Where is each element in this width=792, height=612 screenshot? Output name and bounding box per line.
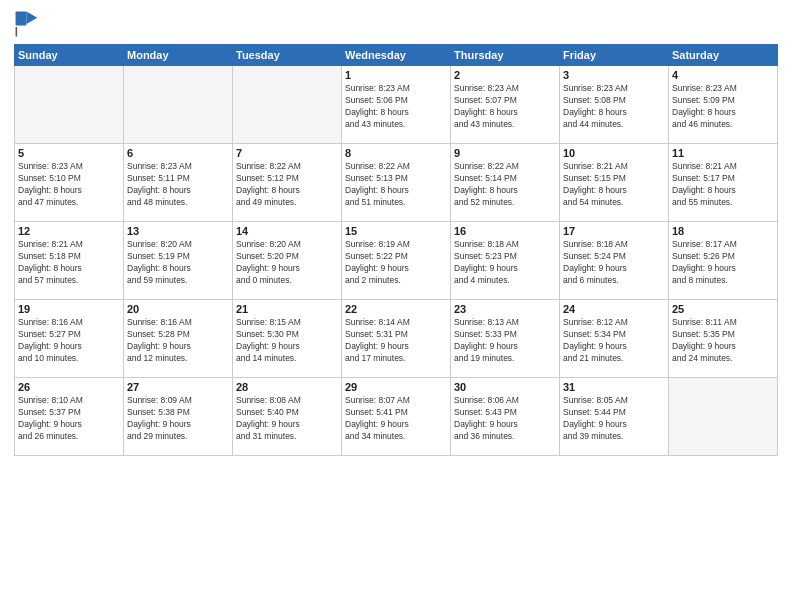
day-number: 2 <box>454 69 556 81</box>
calendar-table: SundayMondayTuesdayWednesdayThursdayFrid… <box>14 44 778 456</box>
day-info: Sunrise: 8:21 AM Sunset: 5:18 PM Dayligh… <box>18 239 120 287</box>
day-number: 26 <box>18 381 120 393</box>
day-info: Sunrise: 8:18 AM Sunset: 5:24 PM Dayligh… <box>563 239 665 287</box>
day-cell: 3Sunrise: 8:23 AM Sunset: 5:08 PM Daylig… <box>560 66 669 144</box>
logo-icon <box>14 10 42 38</box>
day-number: 12 <box>18 225 120 237</box>
calendar-container: SundayMondayTuesdayWednesdayThursdayFrid… <box>0 0 792 612</box>
day-number: 27 <box>127 381 229 393</box>
week-row-5: 26Sunrise: 8:10 AM Sunset: 5:37 PM Dayli… <box>15 378 778 456</box>
day-cell: 7Sunrise: 8:22 AM Sunset: 5:12 PM Daylig… <box>233 144 342 222</box>
day-cell: 25Sunrise: 8:11 AM Sunset: 5:35 PM Dayli… <box>669 300 778 378</box>
svg-rect-2 <box>16 27 18 36</box>
day-number: 6 <box>127 147 229 159</box>
day-number: 25 <box>672 303 774 315</box>
day-cell <box>15 66 124 144</box>
day-info: Sunrise: 8:16 AM Sunset: 5:28 PM Dayligh… <box>127 317 229 365</box>
day-cell: 1Sunrise: 8:23 AM Sunset: 5:06 PM Daylig… <box>342 66 451 144</box>
day-cell <box>124 66 233 144</box>
day-cell: 18Sunrise: 8:17 AM Sunset: 5:26 PM Dayli… <box>669 222 778 300</box>
day-number: 9 <box>454 147 556 159</box>
day-cell: 8Sunrise: 8:22 AM Sunset: 5:13 PM Daylig… <box>342 144 451 222</box>
day-cell: 21Sunrise: 8:15 AM Sunset: 5:30 PM Dayli… <box>233 300 342 378</box>
day-cell: 31Sunrise: 8:05 AM Sunset: 5:44 PM Dayli… <box>560 378 669 456</box>
week-row-3: 12Sunrise: 8:21 AM Sunset: 5:18 PM Dayli… <box>15 222 778 300</box>
day-cell: 26Sunrise: 8:10 AM Sunset: 5:37 PM Dayli… <box>15 378 124 456</box>
logo <box>14 10 46 38</box>
day-info: Sunrise: 8:11 AM Sunset: 5:35 PM Dayligh… <box>672 317 774 365</box>
day-number: 23 <box>454 303 556 315</box>
day-info: Sunrise: 8:17 AM Sunset: 5:26 PM Dayligh… <box>672 239 774 287</box>
day-cell: 23Sunrise: 8:13 AM Sunset: 5:33 PM Dayli… <box>451 300 560 378</box>
day-cell: 6Sunrise: 8:23 AM Sunset: 5:11 PM Daylig… <box>124 144 233 222</box>
day-number: 10 <box>563 147 665 159</box>
day-cell: 29Sunrise: 8:07 AM Sunset: 5:41 PM Dayli… <box>342 378 451 456</box>
day-info: Sunrise: 8:05 AM Sunset: 5:44 PM Dayligh… <box>563 395 665 443</box>
weekday-wednesday: Wednesday <box>342 45 451 66</box>
day-cell: 5Sunrise: 8:23 AM Sunset: 5:10 PM Daylig… <box>15 144 124 222</box>
day-info: Sunrise: 8:06 AM Sunset: 5:43 PM Dayligh… <box>454 395 556 443</box>
day-info: Sunrise: 8:23 AM Sunset: 5:11 PM Dayligh… <box>127 161 229 209</box>
weekday-monday: Monday <box>124 45 233 66</box>
day-number: 3 <box>563 69 665 81</box>
day-number: 11 <box>672 147 774 159</box>
day-info: Sunrise: 8:21 AM Sunset: 5:17 PM Dayligh… <box>672 161 774 209</box>
day-number: 7 <box>236 147 338 159</box>
day-cell: 10Sunrise: 8:21 AM Sunset: 5:15 PM Dayli… <box>560 144 669 222</box>
day-cell: 14Sunrise: 8:20 AM Sunset: 5:20 PM Dayli… <box>233 222 342 300</box>
day-info: Sunrise: 8:08 AM Sunset: 5:40 PM Dayligh… <box>236 395 338 443</box>
day-info: Sunrise: 8:10 AM Sunset: 5:37 PM Dayligh… <box>18 395 120 443</box>
day-number: 31 <box>563 381 665 393</box>
day-cell: 22Sunrise: 8:14 AM Sunset: 5:31 PM Dayli… <box>342 300 451 378</box>
day-info: Sunrise: 8:20 AM Sunset: 5:20 PM Dayligh… <box>236 239 338 287</box>
calendar-body: 1Sunrise: 8:23 AM Sunset: 5:06 PM Daylig… <box>15 66 778 456</box>
day-number: 24 <box>563 303 665 315</box>
weekday-thursday: Thursday <box>451 45 560 66</box>
day-number: 22 <box>345 303 447 315</box>
weekday-header-row: SundayMondayTuesdayWednesdayThursdayFrid… <box>15 45 778 66</box>
weekday-saturday: Saturday <box>669 45 778 66</box>
day-cell <box>669 378 778 456</box>
day-info: Sunrise: 8:13 AM Sunset: 5:33 PM Dayligh… <box>454 317 556 365</box>
day-number: 16 <box>454 225 556 237</box>
week-row-1: 1Sunrise: 8:23 AM Sunset: 5:06 PM Daylig… <box>15 66 778 144</box>
day-info: Sunrise: 8:15 AM Sunset: 5:30 PM Dayligh… <box>236 317 338 365</box>
day-cell: 4Sunrise: 8:23 AM Sunset: 5:09 PM Daylig… <box>669 66 778 144</box>
day-info: Sunrise: 8:22 AM Sunset: 5:13 PM Dayligh… <box>345 161 447 209</box>
day-number: 28 <box>236 381 338 393</box>
weekday-tuesday: Tuesday <box>233 45 342 66</box>
day-cell: 15Sunrise: 8:19 AM Sunset: 5:22 PM Dayli… <box>342 222 451 300</box>
header <box>14 10 778 38</box>
day-info: Sunrise: 8:20 AM Sunset: 5:19 PM Dayligh… <box>127 239 229 287</box>
day-number: 13 <box>127 225 229 237</box>
day-info: Sunrise: 8:23 AM Sunset: 5:07 PM Dayligh… <box>454 83 556 131</box>
day-info: Sunrise: 8:09 AM Sunset: 5:38 PM Dayligh… <box>127 395 229 443</box>
day-info: Sunrise: 8:22 AM Sunset: 5:14 PM Dayligh… <box>454 161 556 209</box>
day-info: Sunrise: 8:21 AM Sunset: 5:15 PM Dayligh… <box>563 161 665 209</box>
day-number: 29 <box>345 381 447 393</box>
day-info: Sunrise: 8:07 AM Sunset: 5:41 PM Dayligh… <box>345 395 447 443</box>
day-info: Sunrise: 8:23 AM Sunset: 5:08 PM Dayligh… <box>563 83 665 131</box>
day-cell: 19Sunrise: 8:16 AM Sunset: 5:27 PM Dayli… <box>15 300 124 378</box>
day-info: Sunrise: 8:18 AM Sunset: 5:23 PM Dayligh… <box>454 239 556 287</box>
day-info: Sunrise: 8:16 AM Sunset: 5:27 PM Dayligh… <box>18 317 120 365</box>
weekday-friday: Friday <box>560 45 669 66</box>
day-number: 20 <box>127 303 229 315</box>
day-cell: 30Sunrise: 8:06 AM Sunset: 5:43 PM Dayli… <box>451 378 560 456</box>
week-row-4: 19Sunrise: 8:16 AM Sunset: 5:27 PM Dayli… <box>15 300 778 378</box>
day-cell: 27Sunrise: 8:09 AM Sunset: 5:38 PM Dayli… <box>124 378 233 456</box>
day-number: 5 <box>18 147 120 159</box>
day-cell: 17Sunrise: 8:18 AM Sunset: 5:24 PM Dayli… <box>560 222 669 300</box>
day-number: 30 <box>454 381 556 393</box>
day-cell: 20Sunrise: 8:16 AM Sunset: 5:28 PM Dayli… <box>124 300 233 378</box>
day-cell: 12Sunrise: 8:21 AM Sunset: 5:18 PM Dayli… <box>15 222 124 300</box>
day-number: 4 <box>672 69 774 81</box>
day-cell: 11Sunrise: 8:21 AM Sunset: 5:17 PM Dayli… <box>669 144 778 222</box>
svg-rect-0 <box>16 12 27 26</box>
day-number: 8 <box>345 147 447 159</box>
day-number: 19 <box>18 303 120 315</box>
day-cell: 9Sunrise: 8:22 AM Sunset: 5:14 PM Daylig… <box>451 144 560 222</box>
day-number: 21 <box>236 303 338 315</box>
day-cell: 13Sunrise: 8:20 AM Sunset: 5:19 PM Dayli… <box>124 222 233 300</box>
day-cell: 16Sunrise: 8:18 AM Sunset: 5:23 PM Dayli… <box>451 222 560 300</box>
